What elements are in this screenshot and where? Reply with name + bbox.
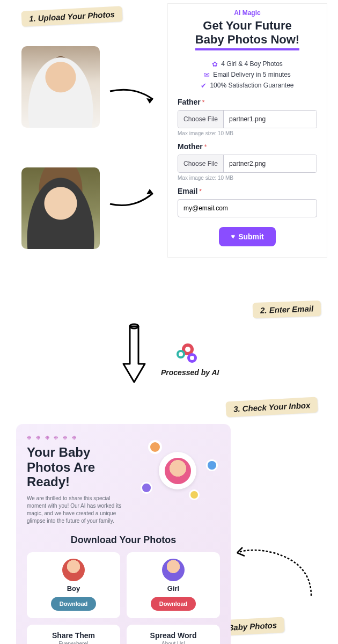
girl-avatar-icon (162, 559, 185, 581)
share-subtitle: Everywhere! (32, 641, 115, 644)
step-3-label: 3. Check Your Inbox (225, 397, 318, 418)
submit-button[interactable]: ♥ Submit (219, 227, 275, 246)
heart-icon: ♥ (231, 232, 235, 240)
spread-subtitle: About Us! (132, 641, 215, 644)
headline-line1: Get Your Future (203, 19, 291, 32)
step-1-label: 1. Upload Your Photos (21, 6, 122, 27)
boy-avatar-icon (62, 559, 85, 581)
processed-by-ai: Processed by AI (161, 343, 219, 377)
bullet-text: 100% Satisfaction Guarantee (210, 82, 293, 89)
father-file-name[interactable] (224, 111, 317, 128)
girl-label: Girl (132, 584, 215, 592)
father-photo (21, 46, 100, 128)
mother-file-input[interactable]: Choose File (178, 155, 317, 173)
share-title: Share Them (32, 631, 115, 640)
file-hint: Max image size: 10 MB (178, 175, 317, 181)
bullet-text: Email Delivery in 5 minutes (213, 71, 291, 78)
upload-form: AI Magic Get Your Future Baby Photos Now… (167, 3, 327, 258)
gears-icon (177, 343, 203, 365)
share-card[interactable]: Share Them Everywhere! (27, 625, 120, 644)
girl-card: Girl Download (127, 552, 220, 618)
bullet-item: ✉Email Delivery in 5 minutes (178, 71, 317, 79)
email-description: We are thrilled to share this special mo… (27, 495, 129, 525)
download-boy-button[interactable]: Download (51, 597, 97, 611)
arrow-icon (107, 182, 161, 215)
headline-line2: Baby Photos Now! (195, 33, 299, 50)
family-graphic (137, 440, 218, 504)
page-title: Get Your Future Baby Photos Now! (178, 19, 317, 50)
mother-file-name[interactable] (224, 155, 317, 172)
download-girl-button[interactable]: Download (151, 597, 196, 611)
spread-title: Spread Word (132, 631, 215, 640)
required-marker: * (199, 188, 202, 195)
step-2-label: 2. Enter Email (252, 301, 321, 318)
check-icon: ✔ (201, 82, 207, 90)
bullet-item: ✔100% Satisfaction Guarantee (178, 82, 317, 90)
father-file-input[interactable]: Choose File (178, 110, 317, 128)
bullet-text: 4 Girl & 4 Boy Photos (221, 60, 283, 68)
email-result-card: ❉ ❉ ❉ ❉ ❉ ❉ Your Baby Photos Are Ready! … (16, 424, 231, 644)
avatar-icon (189, 489, 200, 500)
boy-card: Boy Download (27, 552, 120, 618)
choose-file-button[interactable]: Choose File (178, 155, 224, 172)
flower-icon: ✿ (212, 60, 218, 68)
boy-label: Boy (32, 584, 115, 592)
mother-label: Mother (178, 142, 203, 151)
processed-label: Processed by AI (161, 368, 219, 377)
father-label: Father (178, 98, 201, 106)
submit-label: Submit (238, 232, 263, 241)
download-title: Download Your Photos (27, 535, 220, 546)
email-field[interactable] (178, 199, 317, 217)
mother-photo (21, 167, 100, 249)
email-title: Your Baby Photos Are Ready! (27, 445, 129, 489)
choose-file-button[interactable]: Choose File (178, 111, 224, 128)
bullet-item: ✿4 Girl & 4 Boy Photos (178, 60, 317, 68)
required-marker: * (204, 143, 207, 151)
spread-card[interactable]: Spread Word About Us! (127, 625, 220, 644)
arrow-icon (107, 80, 161, 113)
mail-icon: ✉ (204, 71, 210, 79)
avatar-icon (148, 440, 162, 454)
avatar-icon (141, 482, 152, 494)
file-hint: Max image size: 10 MB (178, 130, 317, 136)
avatar-icon (159, 452, 196, 489)
down-arrow-icon (118, 322, 150, 389)
required-marker: * (202, 99, 205, 106)
brand-label: AI Magic (178, 9, 317, 17)
avatar-icon (206, 459, 218, 471)
email-label: Email (178, 187, 197, 195)
curvy-arrow-icon (231, 537, 317, 603)
